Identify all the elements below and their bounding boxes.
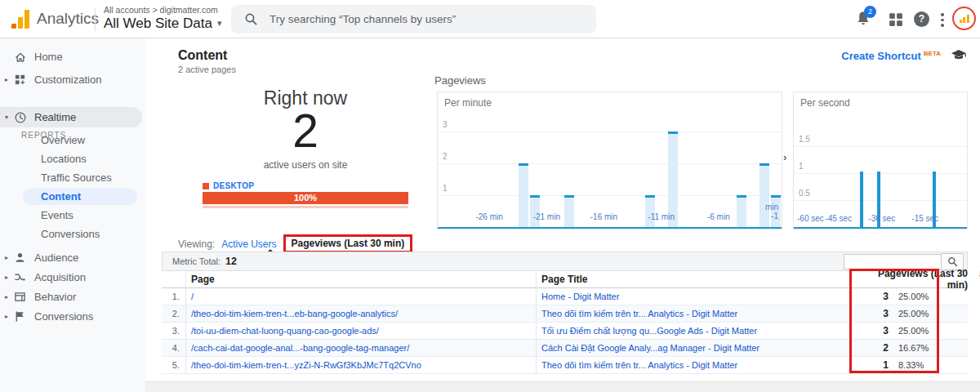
bar-top-cap xyxy=(668,131,678,134)
help-icon[interactable]: ? xyxy=(914,11,929,27)
sidebar-subitem-conversions[interactable]: Conversions xyxy=(0,225,142,243)
page-link[interactable]: /cach-cai-dat-google-anal...-bang-google… xyxy=(191,343,409,353)
kebab-menu-icon[interactable] xyxy=(936,12,949,28)
bar-top-cap xyxy=(737,195,746,198)
bar xyxy=(519,163,528,227)
page-link[interactable]: /theo-doi-tim-kiem-tren-t...yzZi-N-RwGf3… xyxy=(191,360,421,370)
pages-table: Page Page Title Pageviews (Last 30 min) … xyxy=(162,271,968,374)
x-axis-tick-label: -60 sec xyxy=(797,214,824,223)
customization-icon xyxy=(14,74,27,87)
sidebar-subitem-label: Content xyxy=(41,190,81,203)
bar xyxy=(860,172,863,227)
sidebar: Home ▸ Customization REPORTS ▾ Realtime … xyxy=(0,38,145,392)
viewing-label: Viewing: xyxy=(178,238,215,250)
sidebar-item-customization[interactable]: ▸ Customization xyxy=(0,69,142,90)
page-cell: /theo-doi-tim-kiem-tren-t...eb-bang-goog… xyxy=(186,309,536,318)
page-link[interactable]: /theo-doi-tim-kiem-tren-t...eb-bang-goog… xyxy=(191,309,398,318)
ga-realtime-content-screen: Analytics All accounts > digitmatter.com… xyxy=(0,0,980,392)
sidebar-item-label: Conversions xyxy=(34,310,93,323)
y-axis-tick-label: 1.5 xyxy=(799,135,810,144)
create-shortcut-button[interactable]: Create Shortcut xyxy=(841,50,921,62)
sidebar-item-behavior[interactable]: ▸ Behavior xyxy=(0,287,142,307)
property-selector[interactable]: All Web Site Data xyxy=(104,16,221,32)
sidebar-item-audience[interactable]: ▸ Audience xyxy=(0,247,142,268)
x-axis-line xyxy=(438,227,782,229)
education-cap-icon[interactable] xyxy=(951,49,967,62)
sidebar-item-conversions[interactable]: ▸ Conversions xyxy=(0,306,142,327)
pageviews-value: 2 xyxy=(869,342,889,354)
page-link[interactable]: /toi-uu-diem-chat-luong-quang-cao-google… xyxy=(191,326,379,336)
bar-top-cap xyxy=(519,163,528,166)
gridline xyxy=(438,163,782,164)
sidebar-item-realtime[interactable]: ▾ Realtime xyxy=(0,107,142,127)
bar-top-cap xyxy=(564,195,574,198)
sidebar-subitem-label: Overview xyxy=(41,134,85,146)
chevron-right-icon: ▸ xyxy=(5,254,11,261)
page-title-link[interactable]: Theo dõi tìm kiếm trên tr... Analytics -… xyxy=(541,360,737,370)
sidebar-subitem-events[interactable]: Events xyxy=(0,206,142,225)
analytics-avatar[interactable] xyxy=(952,7,976,30)
account-switcher[interactable]: All accounts > digitmatter.com All Web S… xyxy=(104,5,221,32)
column-header-page-title[interactable]: Page Title xyxy=(536,271,869,287)
tab-active-users[interactable]: Active Users xyxy=(221,238,276,250)
bar xyxy=(564,195,574,227)
person-icon xyxy=(14,252,27,265)
metric-total-label: Metric Total: xyxy=(172,256,220,266)
page-link[interactable]: / xyxy=(191,292,194,301)
pageviews-value: 3 xyxy=(869,308,889,319)
page-cell: /toi-uu-diem-chat-luong-quang-cao-google… xyxy=(186,326,536,336)
sidebar-subitem-content[interactable]: Content xyxy=(0,187,142,206)
row-number: 2. xyxy=(162,305,186,322)
pageviews-percent: 25.00% xyxy=(889,326,968,336)
pageviews-value: 3 xyxy=(869,325,889,336)
column-header-pageviews[interactable]: Pageviews (Last 30 min) ↓ xyxy=(869,268,968,291)
sidebar-subitem-locations[interactable]: Locations xyxy=(0,149,142,168)
desktop-share-bar-shadow xyxy=(203,206,408,208)
sidebar-subitem-label: Traffic Sources xyxy=(41,172,112,184)
page-title-link[interactable]: Theo dõi tìm kiếm trên tr... Analytics -… xyxy=(541,309,737,318)
chevron-down-icon: ▾ xyxy=(5,114,11,121)
pageviews-value: 3 xyxy=(869,291,889,302)
x-axis-line xyxy=(794,227,967,229)
gridline xyxy=(794,146,967,147)
chevron-right-icon: ▸ xyxy=(5,274,11,281)
sidebar-item-home[interactable]: Home xyxy=(0,47,142,67)
x-axis-tick-label: -45 sec xyxy=(825,214,852,223)
sidebar-item-label: Customization xyxy=(34,74,101,86)
search-icon xyxy=(244,12,258,26)
page-cell: /cach-cai-dat-google-anal...-bang-google… xyxy=(186,343,536,353)
row-number: 5. xyxy=(162,357,186,373)
sidebar-subitem-overview[interactable]: Overview xyxy=(0,131,142,149)
column-header-page[interactable]: Page xyxy=(186,274,536,285)
sidebar-item-acquisition[interactable]: ▸ Acquisition xyxy=(0,267,142,287)
x-axis-tick-label: -21 min xyxy=(533,212,560,221)
page-title-link[interactable]: Home - Digit Matter xyxy=(541,292,619,301)
bar-top-cap xyxy=(771,195,781,198)
x-axis-tick-label: -16 min xyxy=(590,212,617,221)
sidebar-subitem-traffic-sources[interactable]: Traffic Sources xyxy=(0,168,142,187)
bar xyxy=(530,195,540,227)
global-search[interactable] xyxy=(231,5,596,33)
apps-grid-icon[interactable] xyxy=(889,12,903,27)
expand-chart-chevron[interactable]: › xyxy=(783,151,793,163)
page-title-link[interactable]: Tối ưu Điểm chất lượng qu...Google Ads -… xyxy=(541,326,757,336)
analytics-logo-icon xyxy=(11,9,29,29)
analytics-logo[interactable]: Analytics xyxy=(11,9,99,29)
horizontal-scrollbar[interactable] xyxy=(145,381,980,392)
active-users-label: active users on site xyxy=(203,159,408,171)
tab-pageviews[interactable]: Pageviews (Last 30 min) xyxy=(292,238,405,249)
beta-badge: BETA xyxy=(924,50,941,57)
per-minute-label: Per minute xyxy=(444,97,492,109)
page-title-cell: Home - Digit Matter xyxy=(536,288,869,305)
sidebar-subitem-label: Conversions xyxy=(41,228,100,240)
product-name: Analytics xyxy=(37,10,99,28)
global-search-input[interactable] xyxy=(270,13,580,25)
per-second-chart: Per second 0.511.5-60 sec-45 sec-30 sec-… xyxy=(793,91,968,229)
page-title-link[interactable]: Cách Cài Đặt Google Analy...ag Manager -… xyxy=(541,343,760,353)
sidebar-item-label: Realtime xyxy=(34,111,76,123)
page-cell: /theo-doi-tim-kiem-tren-t...yzZi-N-RwGf3… xyxy=(186,360,536,370)
x-axis-tick-label: -6 min xyxy=(707,212,730,221)
home-icon xyxy=(14,51,27,64)
pageviews-percent: 16.67% xyxy=(889,343,968,353)
metric-total-value: 12 xyxy=(225,256,237,267)
